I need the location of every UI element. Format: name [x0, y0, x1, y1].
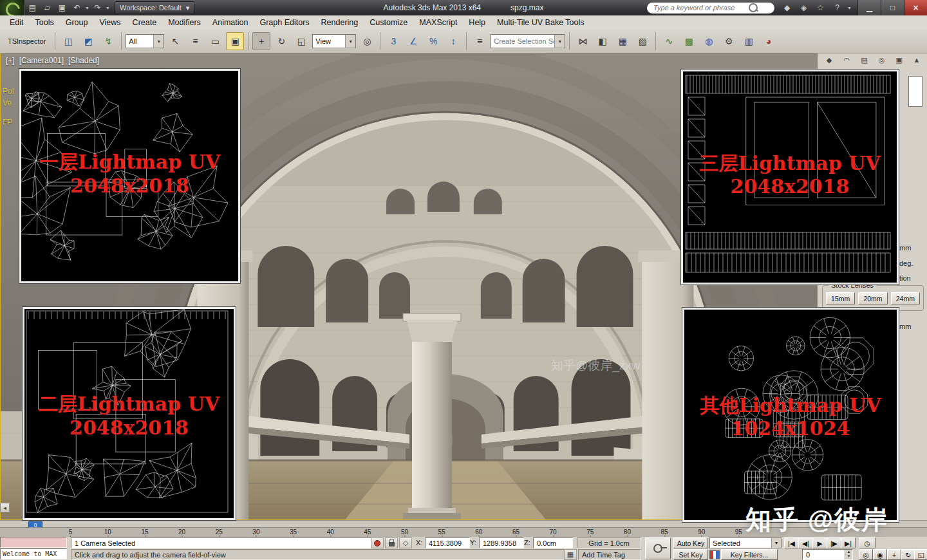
- next-frame-button[interactable]: |▶: [827, 537, 841, 548]
- y-coordinate-field[interactable]: 1289.9358: [479, 537, 524, 548]
- maxscript-mini-listener[interactable]: Welcome to MAX: [0, 548, 67, 559]
- menu-animation[interactable]: Animation: [207, 16, 254, 29]
- help-dropdown-icon[interactable]: ▾: [847, 5, 852, 11]
- undo-icon[interactable]: ↶: [70, 2, 84, 14]
- current-frame-field[interactable]: 0 ▲▼: [802, 549, 853, 560]
- select-by-name-icon[interactable]: ≡: [186, 32, 204, 50]
- save-file-icon[interactable]: ▣: [55, 2, 69, 14]
- minimize-button[interactable]: ▁: [857, 0, 881, 15]
- close-button[interactable]: ×: [904, 0, 927, 15]
- keyboard-shortcut-override-icon[interactable]: ▦: [564, 549, 577, 560]
- key-target-dropdown[interactable]: Selected ▾: [709, 537, 782, 548]
- viewport-pov-menu[interactable]: [Camera001]: [19, 56, 64, 65]
- menu-views[interactable]: Views: [93, 16, 126, 29]
- modifier-stack-fragment[interactable]: [908, 76, 922, 107]
- window-crossing-toggle-icon[interactable]: ▣: [226, 32, 244, 50]
- z-coordinate-field[interactable]: 0.0cm: [533, 537, 573, 548]
- go-to-start-button[interactable]: |◀: [784, 537, 799, 548]
- tab-utilities-icon[interactable]: ▲: [911, 55, 922, 65]
- selection-filter-dropdown[interactable]: All ▾: [126, 34, 164, 48]
- key-filters-color-icon[interactable]: [709, 550, 720, 559]
- menu-customize[interactable]: Customize: [364, 16, 413, 29]
- graphite-ribbon-icon[interactable]: ▨: [633, 32, 651, 50]
- go-to-end-button[interactable]: ▶|: [841, 537, 856, 548]
- menu-maxscript[interactable]: MAXScript: [413, 16, 463, 29]
- set-key-button[interactable]: Set Key: [673, 549, 708, 560]
- workspace-dropdown[interactable]: Workspace: Default ▾: [115, 1, 194, 14]
- bind-to-space-warp-icon[interactable]: ↯: [99, 32, 117, 50]
- rendered-frame-window-icon[interactable]: ▥: [740, 32, 758, 50]
- search-icon[interactable]: [749, 3, 758, 12]
- frame-ruler[interactable]: 5101520253035404550556065707580859095: [33, 528, 776, 537]
- select-and-move-icon[interactable]: +: [252, 32, 270, 50]
- chevron-down-icon[interactable]: ▾: [771, 538, 781, 548]
- key-filters-button[interactable]: Key Filters...: [721, 549, 778, 560]
- unlink-selection-icon[interactable]: ◩: [79, 32, 97, 50]
- select-object-icon[interactable]: ↖: [166, 32, 184, 50]
- chevron-down-icon[interactable]: ▾: [554, 35, 565, 48]
- time-configuration-button[interactable]: ◷: [859, 537, 876, 548]
- lens-20mm-button[interactable]: 20mm: [858, 292, 887, 304]
- redo-dropdown-icon[interactable]: ▾: [105, 5, 111, 11]
- macro-recorder-mini[interactable]: [0, 537, 67, 548]
- lens-15mm-button[interactable]: 15mm: [826, 292, 855, 304]
- help-icon[interactable]: ?: [830, 2, 844, 14]
- maximize-button[interactable]: □: [881, 0, 904, 15]
- selection-lock-icon[interactable]: [385, 537, 398, 548]
- select-and-link-icon[interactable]: ◫: [59, 32, 77, 50]
- align-icon[interactable]: ◧: [594, 32, 612, 50]
- chevron-down-icon[interactable]: ▾: [345, 35, 355, 48]
- named-selection-set-combo[interactable]: Create Selection Set ▾: [491, 34, 565, 48]
- subscription-key-icon[interactable]: ◆: [780, 2, 794, 14]
- favorites-star-icon[interactable]: ☆: [814, 2, 827, 14]
- mirror-icon[interactable]: ⋈: [574, 32, 592, 50]
- absolute-offset-toggle-icon[interactable]: ◇: [399, 537, 412, 548]
- undo-dropdown-icon[interactable]: ▾: [84, 5, 90, 11]
- play-button[interactable]: ▶: [812, 537, 827, 548]
- lens-24mm-button[interactable]: 24mm: [891, 292, 920, 304]
- edit-named-selection-sets-icon[interactable]: ≡: [471, 32, 489, 50]
- select-and-rotate-icon[interactable]: ↻: [272, 32, 290, 50]
- menu-group[interactable]: Group: [60, 16, 94, 29]
- menu-modifiers[interactable]: Modifiers: [162, 16, 207, 29]
- menu-graph-editors[interactable]: Graph Editors: [254, 16, 315, 29]
- percent-snap-icon[interactable]: %: [424, 32, 442, 50]
- angle-snap-icon[interactable]: ∠: [404, 32, 422, 50]
- maximize-viewport-toggle-button[interactable]: ◱: [914, 549, 927, 560]
- search-input[interactable]: [652, 3, 745, 12]
- viewport-shading-menu[interactable]: [Shaded]: [68, 56, 99, 65]
- orbit-view-button[interactable]: ↻: [901, 549, 915, 560]
- tab-hierarchy-icon[interactable]: ▤: [858, 55, 870, 65]
- open-file-icon[interactable]: ▱: [41, 2, 54, 14]
- curve-editor-icon[interactable]: ∿: [660, 32, 678, 50]
- render-production-icon[interactable]: ◕: [760, 32, 778, 50]
- viewport-general-menu[interactable]: [+]: [6, 56, 15, 65]
- material-editor-icon[interactable]: ◍: [700, 32, 718, 50]
- menu-rendering[interactable]: Rendering: [315, 16, 364, 29]
- x-coordinate-field[interactable]: 4115.3809: [425, 537, 470, 548]
- redo-icon[interactable]: ↷: [91, 2, 104, 14]
- menu-create[interactable]: Create: [127, 16, 163, 29]
- snaps-toggle-icon[interactable]: 3: [384, 32, 402, 50]
- communication-center-icon[interactable]: ◈: [797, 2, 810, 14]
- rectangular-selection-region-icon[interactable]: ▭: [206, 32, 224, 50]
- menu-multi-tile-uv-bake-tools[interactable]: Multi-Tile UV Bake Tools: [491, 16, 590, 29]
- tab-motion-icon[interactable]: ◎: [876, 55, 888, 65]
- select-and-scale-icon[interactable]: ◱: [292, 32, 310, 50]
- zoom-viewport-button[interactable]: ◎: [859, 549, 873, 560]
- menu-edit[interactable]: Edit: [4, 16, 30, 29]
- menu-help[interactable]: Help: [463, 16, 491, 29]
- tab-display-icon[interactable]: ▣: [894, 55, 905, 65]
- previous-frame-button[interactable]: ◀|: [798, 537, 813, 548]
- reference-coordinate-dropdown[interactable]: View ▾: [312, 34, 356, 48]
- use-pivot-point-icon[interactable]: ◎: [358, 32, 376, 50]
- infocenter-search[interactable]: [647, 3, 774, 14]
- new-scene-icon[interactable]: ▤: [26, 2, 39, 14]
- tab-modify-icon[interactable]: ◠: [841, 55, 852, 65]
- spinner-snap-icon[interactable]: ↕: [444, 32, 462, 50]
- zoom-all-button[interactable]: ◉: [873, 549, 887, 560]
- frame-spinner[interactable]: ▲▼: [845, 550, 852, 559]
- render-setup-icon[interactable]: ⚙: [720, 32, 738, 50]
- set-keys-button[interactable]: [645, 537, 671, 559]
- scroll-left-button[interactable]: ◂: [0, 503, 10, 512]
